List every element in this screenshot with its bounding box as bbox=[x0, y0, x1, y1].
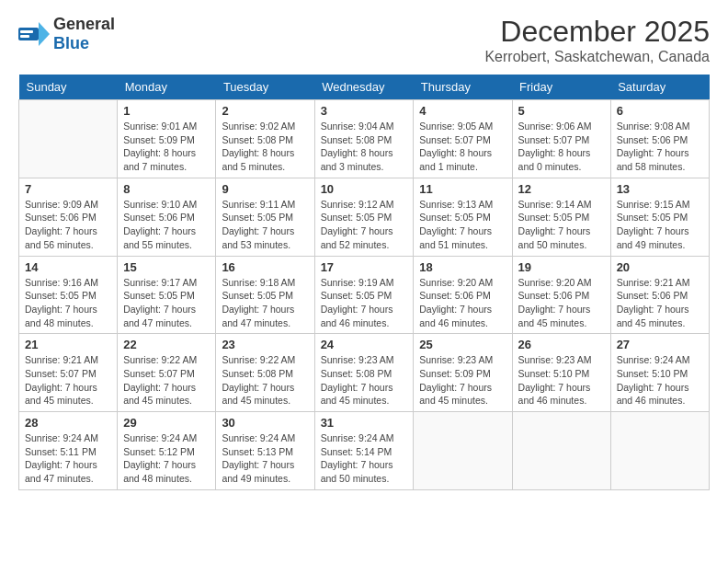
day-number: 5 bbox=[518, 104, 605, 118]
calendar-cell: 16Sunrise: 9:18 AMSunset: 5:05 PMDayligh… bbox=[216, 256, 314, 334]
day-info: Sunrise: 9:21 AMSunset: 5:07 PMDaylight:… bbox=[25, 353, 111, 408]
week-row-4: 21Sunrise: 9:21 AMSunset: 5:07 PMDayligh… bbox=[19, 334, 710, 412]
calendar-cell: 14Sunrise: 9:16 AMSunset: 5:05 PMDayligh… bbox=[19, 256, 118, 334]
calendar-cell: 2Sunrise: 9:02 AMSunset: 5:08 PMDaylight… bbox=[216, 100, 314, 178]
day-number: 9 bbox=[222, 182, 308, 196]
calendar-cell: 23Sunrise: 9:22 AMSunset: 5:08 PMDayligh… bbox=[216, 334, 314, 412]
weekday-header-tuesday: Tuesday bbox=[216, 75, 314, 100]
calendar-cell: 11Sunrise: 9:13 AMSunset: 5:05 PMDayligh… bbox=[414, 178, 512, 256]
day-info: Sunrise: 9:17 AMSunset: 5:05 PMDaylight:… bbox=[123, 276, 210, 330]
calendar-cell: 17Sunrise: 9:19 AMSunset: 5:05 PMDayligh… bbox=[314, 256, 414, 334]
day-number: 29 bbox=[123, 416, 210, 430]
day-info: Sunrise: 9:19 AMSunset: 5:05 PMDaylight:… bbox=[321, 276, 408, 330]
calendar-cell: 7Sunrise: 9:09 AMSunset: 5:06 PMDaylight… bbox=[19, 178, 118, 256]
day-number: 28 bbox=[25, 416, 111, 430]
logo: General Blue bbox=[18, 15, 115, 53]
svg-marker-1 bbox=[39, 22, 50, 46]
day-info: Sunrise: 9:23 AMSunset: 5:10 PMDaylight:… bbox=[518, 353, 605, 408]
day-info: Sunrise: 9:06 AMSunset: 5:07 PMDaylight:… bbox=[518, 120, 605, 174]
day-info: Sunrise: 9:16 AMSunset: 5:05 PMDaylight:… bbox=[25, 276, 111, 330]
calendar-cell: 21Sunrise: 9:21 AMSunset: 5:07 PMDayligh… bbox=[19, 334, 118, 412]
day-number: 26 bbox=[518, 338, 605, 351]
week-row-2: 7Sunrise: 9:09 AMSunset: 5:06 PMDaylight… bbox=[19, 178, 710, 256]
day-info: Sunrise: 9:15 AMSunset: 5:05 PMDaylight:… bbox=[617, 198, 703, 252]
calendar-table: SundayMondayTuesdayWednesdayThursdayFrid… bbox=[18, 75, 710, 490]
calendar-cell: 26Sunrise: 9:23 AMSunset: 5:10 PMDayligh… bbox=[512, 334, 610, 412]
day-info: Sunrise: 9:24 AMSunset: 5:11 PMDaylight:… bbox=[25, 431, 111, 486]
calendar-cell bbox=[414, 412, 512, 490]
day-info: Sunrise: 9:24 AMSunset: 5:14 PMDaylight:… bbox=[321, 431, 408, 486]
calendar-cell: 1Sunrise: 9:01 AMSunset: 5:09 PMDaylight… bbox=[118, 100, 216, 178]
day-number: 13 bbox=[617, 182, 703, 196]
calendar-cell: 6Sunrise: 9:08 AMSunset: 5:06 PMDaylight… bbox=[610, 100, 709, 178]
calendar-cell: 28Sunrise: 9:24 AMSunset: 5:11 PMDayligh… bbox=[19, 412, 118, 490]
day-number: 7 bbox=[25, 182, 111, 196]
weekday-header-row: SundayMondayTuesdayWednesdayThursdayFrid… bbox=[19, 75, 710, 100]
weekday-header-saturday: Saturday bbox=[610, 75, 709, 100]
calendar-cell: 10Sunrise: 9:12 AMSunset: 5:05 PMDayligh… bbox=[314, 178, 414, 256]
day-number: 30 bbox=[222, 416, 308, 430]
day-info: Sunrise: 9:01 AMSunset: 5:09 PMDaylight:… bbox=[123, 120, 210, 174]
location-title: Kerrobert, Saskatchewan, Canada bbox=[484, 49, 710, 65]
calendar-cell: 4Sunrise: 9:05 AMSunset: 5:07 PMDaylight… bbox=[414, 100, 512, 178]
day-number: 10 bbox=[321, 182, 408, 196]
calendar-cell: 25Sunrise: 9:23 AMSunset: 5:09 PMDayligh… bbox=[414, 334, 512, 412]
logo-blue-text: Blue bbox=[53, 34, 89, 52]
day-info: Sunrise: 9:04 AMSunset: 5:08 PMDaylight:… bbox=[321, 120, 408, 174]
day-number: 31 bbox=[321, 416, 408, 430]
calendar-cell bbox=[610, 412, 709, 490]
week-row-3: 14Sunrise: 9:16 AMSunset: 5:05 PMDayligh… bbox=[19, 256, 710, 334]
day-number: 8 bbox=[123, 182, 210, 196]
day-info: Sunrise: 9:10 AMSunset: 5:06 PMDaylight:… bbox=[123, 198, 210, 252]
week-row-5: 28Sunrise: 9:24 AMSunset: 5:11 PMDayligh… bbox=[19, 412, 710, 490]
header: General Blue December 2025 Kerrobert, Sa… bbox=[18, 15, 710, 65]
day-info: Sunrise: 9:20 AMSunset: 5:06 PMDaylight:… bbox=[419, 276, 506, 330]
week-row-1: 1Sunrise: 9:01 AMSunset: 5:09 PMDaylight… bbox=[19, 100, 710, 178]
calendar-cell bbox=[512, 412, 610, 490]
day-number: 4 bbox=[419, 104, 506, 118]
day-number: 2 bbox=[222, 104, 308, 118]
weekday-header-wednesday: Wednesday bbox=[314, 75, 414, 100]
day-info: Sunrise: 9:14 AMSunset: 5:05 PMDaylight:… bbox=[518, 198, 605, 252]
day-number: 6 bbox=[617, 104, 703, 118]
day-number: 3 bbox=[321, 104, 408, 118]
svg-rect-2 bbox=[20, 30, 33, 33]
calendar-cell: 12Sunrise: 9:14 AMSunset: 5:05 PMDayligh… bbox=[512, 178, 610, 256]
day-number: 12 bbox=[518, 182, 605, 196]
calendar-cell: 20Sunrise: 9:21 AMSunset: 5:06 PMDayligh… bbox=[610, 256, 709, 334]
day-info: Sunrise: 9:09 AMSunset: 5:06 PMDaylight:… bbox=[25, 198, 111, 252]
weekday-header-thursday: Thursday bbox=[414, 75, 512, 100]
title-area: December 2025 Kerrobert, Saskatchewan, C… bbox=[484, 15, 710, 65]
calendar-cell: 5Sunrise: 9:06 AMSunset: 5:07 PMDaylight… bbox=[512, 100, 610, 178]
svg-rect-3 bbox=[20, 35, 29, 38]
calendar-cell bbox=[19, 100, 118, 178]
day-info: Sunrise: 9:24 AMSunset: 5:12 PMDaylight:… bbox=[123, 431, 210, 486]
day-info: Sunrise: 9:23 AMSunset: 5:08 PMDaylight:… bbox=[321, 353, 408, 408]
day-info: Sunrise: 9:22 AMSunset: 5:07 PMDaylight:… bbox=[123, 353, 210, 408]
day-info: Sunrise: 9:18 AMSunset: 5:05 PMDaylight:… bbox=[222, 276, 308, 330]
calendar-cell: 15Sunrise: 9:17 AMSunset: 5:05 PMDayligh… bbox=[118, 256, 216, 334]
day-number: 11 bbox=[419, 182, 506, 196]
day-number: 25 bbox=[419, 338, 506, 351]
weekday-header-friday: Friday bbox=[512, 75, 610, 100]
day-info: Sunrise: 9:13 AMSunset: 5:05 PMDaylight:… bbox=[419, 198, 506, 252]
day-number: 21 bbox=[25, 338, 111, 351]
calendar-cell: 9Sunrise: 9:11 AMSunset: 5:05 PMDaylight… bbox=[216, 178, 314, 256]
calendar-cell: 19Sunrise: 9:20 AMSunset: 5:06 PMDayligh… bbox=[512, 256, 610, 334]
day-info: Sunrise: 9:11 AMSunset: 5:05 PMDaylight:… bbox=[222, 198, 308, 252]
day-number: 20 bbox=[617, 260, 703, 274]
day-info: Sunrise: 9:23 AMSunset: 5:09 PMDaylight:… bbox=[419, 353, 506, 408]
calendar-cell: 3Sunrise: 9:04 AMSunset: 5:08 PMDaylight… bbox=[314, 100, 414, 178]
day-info: Sunrise: 9:24 AMSunset: 5:13 PMDaylight:… bbox=[222, 431, 308, 486]
day-number: 1 bbox=[123, 104, 210, 118]
day-number: 16 bbox=[222, 260, 308, 274]
day-number: 27 bbox=[617, 338, 703, 351]
calendar-cell: 29Sunrise: 9:24 AMSunset: 5:12 PMDayligh… bbox=[118, 412, 216, 490]
day-info: Sunrise: 9:24 AMSunset: 5:10 PMDaylight:… bbox=[617, 353, 703, 408]
day-number: 24 bbox=[321, 338, 408, 351]
day-info: Sunrise: 9:12 AMSunset: 5:05 PMDaylight:… bbox=[321, 198, 408, 252]
day-info: Sunrise: 9:21 AMSunset: 5:06 PMDaylight:… bbox=[617, 276, 703, 330]
day-number: 17 bbox=[321, 260, 408, 274]
logo-icon bbox=[18, 22, 50, 46]
calendar-cell: 18Sunrise: 9:20 AMSunset: 5:06 PMDayligh… bbox=[414, 256, 512, 334]
